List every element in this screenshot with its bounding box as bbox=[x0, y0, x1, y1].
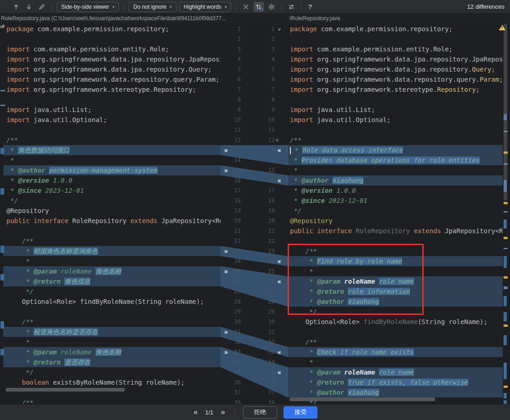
code-token: /** bbox=[6, 399, 34, 404]
left-line-number: 4 bbox=[222, 54, 241, 64]
left-line-number: 38 bbox=[222, 398, 241, 404]
right-line-number: 1 bbox=[256, 24, 275, 34]
annotation-red-box bbox=[288, 244, 424, 315]
left-line-number: 16 bbox=[222, 175, 241, 185]
right-horizontal-scrollbar-thumb[interactable] bbox=[289, 398, 435, 401]
code-token: @author bbox=[301, 177, 329, 184]
vertical-scrollbar-thumb[interactable] bbox=[504, 24, 507, 201]
code-line bbox=[288, 125, 510, 135]
collapse-icon[interactable] bbox=[241, 2, 251, 12]
code-token: org.springframework.stereotype.Repositor… bbox=[34, 86, 196, 93]
code-token: xiaohong bbox=[348, 389, 379, 396]
code-line: * bbox=[0, 256, 221, 266]
left-line-number: 12 bbox=[222, 135, 241, 145]
gutter-lines-icon[interactable]: ≡ bbox=[276, 135, 278, 145]
apply-change-right-arrow[interactable]: » bbox=[224, 327, 233, 337]
code-line: import java.util.List; bbox=[288, 105, 510, 115]
diff-gutter: 1122334455667788991010111112121313141415… bbox=[221, 23, 288, 404]
stripe-mark bbox=[504, 296, 507, 306]
code-line: @Repository bbox=[288, 216, 510, 226]
apply-change-left-arrow[interactable]: « bbox=[278, 256, 287, 266]
code-token: roleName bbox=[57, 348, 96, 356]
code-token: Role data access interface bbox=[302, 146, 403, 154]
code-line: * @param roleName 角色名称 bbox=[0, 266, 221, 276]
left-line-number: 36 bbox=[222, 377, 241, 387]
sync-scrolling-icon[interactable] bbox=[254, 2, 264, 12]
code-token: * bbox=[290, 369, 317, 376]
difference-counter: 1/1 bbox=[205, 409, 213, 416]
ignore-policy-dropdown[interactable]: Do not ignore ▾ bbox=[129, 2, 176, 12]
previous-difference-button[interactable]: « bbox=[193, 408, 198, 417]
reject-button[interactable]: 拒绝 bbox=[243, 406, 277, 419]
code-token: @param bbox=[34, 348, 57, 356]
apply-change-right-arrow[interactable]: » bbox=[224, 266, 233, 276]
apply-change-left-arrow[interactable]: « bbox=[278, 276, 287, 286]
edit-icon[interactable] bbox=[37, 2, 47, 12]
code-token: * bbox=[6, 328, 34, 336]
right-line-number: 8 bbox=[256, 95, 275, 105]
code-token: * bbox=[290, 177, 301, 184]
sync-indicator bbox=[260, 8, 263, 11]
swap-sides-icon[interactable] bbox=[286, 2, 296, 12]
apply-change-left-arrow[interactable]: « bbox=[278, 145, 287, 155]
code-token: @param bbox=[34, 268, 57, 275]
left-horizontal-scrollbar-thumb[interactable] bbox=[6, 388, 125, 392]
code-line: import org.springframework.data.reposito… bbox=[288, 74, 510, 84]
right-line-number: 27 bbox=[256, 286, 275, 297]
right-file-path: \RoleRepository.java bbox=[289, 15, 340, 22]
left-line-number: 14 bbox=[222, 155, 241, 165]
code-token: permission-management-system bbox=[49, 167, 158, 174]
right-line-number: 23 bbox=[256, 246, 275, 256]
code-line: * @return true if exists, false otherwis… bbox=[288, 377, 510, 387]
stripe-mark bbox=[504, 312, 507, 321]
code-token: * bbox=[6, 358, 34, 366]
code-line: import org.springframework.data.jpa.repo… bbox=[0, 54, 221, 64]
highlight-policy-dropdown[interactable]: Highlight words ▾ bbox=[179, 2, 232, 12]
next-difference-button[interactable]: » bbox=[220, 408, 226, 417]
right-editor-pane[interactable]: package com.example.permission.repositor… bbox=[288, 23, 510, 404]
right-line-number: 5 bbox=[256, 64, 275, 74]
apply-change-right-arrow[interactable]: » bbox=[224, 165, 233, 175]
code-token: import bbox=[290, 86, 317, 93]
viewer-mode-dropdown[interactable]: Side-by-side viewer ▾ bbox=[57, 2, 119, 12]
code-token: @since bbox=[18, 187, 41, 194]
code-token: JpaRepository<Role, Long> { bbox=[161, 217, 221, 224]
accept-button[interactable]: 接受 bbox=[283, 406, 317, 419]
previous-change-icon[interactable] bbox=[11, 2, 21, 12]
code-line: * @return 角色信息 bbox=[0, 276, 221, 286]
code-token: 根据角色名称查询角色 bbox=[34, 247, 98, 255]
stripe-mark bbox=[0, 349, 4, 355]
viewer-mode-label: Side-by-side viewer bbox=[61, 4, 109, 10]
right-line-number: 25 bbox=[256, 266, 275, 276]
code-token: org.springframework.data.jpa.repository.… bbox=[317, 56, 510, 63]
help-icon[interactable]: ? bbox=[306, 3, 314, 11]
right-line-number: 31 bbox=[256, 327, 275, 337]
settings-gear-icon[interactable] bbox=[266, 2, 277, 12]
code-line bbox=[288, 95, 510, 105]
code-token: * bbox=[6, 157, 14, 164]
code-token: Param bbox=[480, 76, 499, 83]
code-token: org.springframework.data.jpa.repository. bbox=[317, 66, 472, 73]
code-line: * @param roleName role name bbox=[288, 367, 510, 377]
code-line: import org.springframework.stereotype.Re… bbox=[0, 84, 221, 95]
apply-change-left-arrow[interactable]: « bbox=[278, 175, 287, 185]
code-token: 是否存在 bbox=[64, 358, 90, 366]
code-line: /** bbox=[0, 135, 221, 145]
apply-change-right-arrow[interactable]: » bbox=[224, 145, 233, 155]
fold-chevron-icon[interactable]: ∨ bbox=[278, 24, 281, 34]
code-token: true if exists, false otherwise bbox=[348, 379, 468, 386]
code-token bbox=[45, 167, 49, 174]
apply-change-right-arrow[interactable]: » bbox=[224, 347, 233, 357]
stripe-mark bbox=[504, 363, 507, 379]
apply-change-left-arrow[interactable]: « bbox=[278, 367, 287, 377]
code-line: * @return 是否存在 bbox=[0, 357, 221, 367]
next-change-icon[interactable] bbox=[24, 2, 34, 12]
code-token: @return bbox=[34, 278, 61, 285]
apply-change-left-arrow[interactable]: « bbox=[278, 347, 287, 357]
left-line-number: 1 bbox=[222, 24, 241, 34]
code-line bbox=[288, 327, 510, 337]
left-editor-pane[interactable]: package com.example.permission.repositor… bbox=[0, 23, 221, 404]
left-line-number: 10 bbox=[222, 115, 241, 125]
apply-change-right-arrow[interactable]: » bbox=[224, 246, 233, 256]
code-token: import bbox=[6, 66, 34, 73]
